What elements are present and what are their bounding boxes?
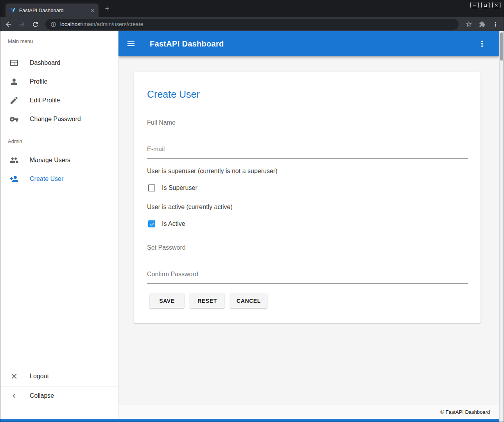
person-add-icon: [9, 174, 19, 184]
window-controls: [470, 2, 500, 8]
sidebar-item-label: Create User: [30, 175, 63, 182]
superuser-checkbox-row[interactable]: Is Superuser: [148, 183, 197, 193]
browser-window: FastAPI Dashboard: [0, 0, 504, 422]
person-icon: [9, 77, 19, 86]
save-button[interactable]: SAVE: [150, 293, 184, 308]
full-name-field-wrap: [147, 116, 468, 132]
active-hint: User is active (currently active): [147, 204, 233, 211]
page-title: Create User: [147, 89, 200, 100]
cancel-button[interactable]: CANCEL: [230, 293, 267, 308]
sidebar-item-label: Edit Profile: [30, 97, 60, 104]
extension-icon: [479, 21, 486, 28]
hamburger-menu-icon[interactable]: [126, 39, 136, 48]
tab-title: FastAPI Dashboard: [19, 7, 87, 13]
arrow-back-icon: [5, 20, 13, 28]
app-bar: FastAPI Dashboard: [118, 31, 499, 56]
footer: © FastAPI Dashboard: [118, 405, 499, 419]
sidebar-item-logout[interactable]: Logout: [0, 367, 118, 386]
sidebar-section-admin: Admin: [8, 138, 22, 145]
active-checkbox-label: Is Active: [162, 220, 185, 227]
page: Main menu Dashboard Profile Edit Profile: [0, 31, 504, 422]
close-icon: [9, 372, 19, 381]
minimize-button[interactable]: [470, 2, 479, 8]
sidebar-item-change-password[interactable]: Change Password: [0, 110, 118, 129]
confirm-password-field-wrap: [147, 268, 468, 284]
sidebar-item-label: Manage Users: [30, 157, 70, 164]
active-checkbox[interactable]: [148, 220, 155, 227]
star-icon: [465, 21, 472, 28]
email-field-wrap: [147, 143, 468, 159]
reset-button[interactable]: RESET: [190, 293, 224, 308]
sidebar-item-edit-profile[interactable]: Edit Profile: [0, 91, 118, 110]
create-user-card: Create User User is superuser (currently…: [134, 72, 481, 323]
pencil-icon: [9, 96, 19, 105]
sidebar-item-label: Dashboard: [30, 59, 60, 66]
main-content: Create User User is superuser (currently…: [118, 56, 499, 405]
minimize-icon: [473, 5, 476, 5]
sidebar-item-label: Profile: [30, 78, 47, 85]
address-bar[interactable]: localhost/main/admin/users/create: [45, 19, 459, 30]
scrollbar-thumb[interactable]: [500, 32, 503, 61]
check-icon: [149, 221, 155, 227]
sidebar-item-profile[interactable]: Profile: [0, 72, 118, 91]
footer-accent-strip: [0, 419, 499, 422]
form-actions: SAVE RESET CANCEL: [150, 293, 267, 308]
url-path: /main/admin/users/create: [82, 21, 143, 27]
email-input[interactable]: [147, 143, 468, 159]
maximize-button[interactable]: [481, 2, 490, 8]
superuser-checkbox-label: Is Superuser: [162, 184, 197, 191]
key-icon: [9, 114, 19, 124]
new-tab-button[interactable]: [103, 4, 111, 13]
tab-close-icon[interactable]: [90, 8, 95, 13]
arrow-forward-icon: [18, 20, 26, 28]
set-password-input[interactable]: [147, 241, 468, 257]
set-password-field-wrap: [147, 241, 468, 257]
superuser-hint: User is superuser (currently is not a su…: [147, 168, 277, 175]
browser-toolbar: localhost/main/admin/users/create: [0, 17, 504, 31]
sidebar-item-dashboard[interactable]: Dashboard: [0, 54, 118, 72]
sidebar-collapse-button[interactable]: Collapse: [0, 386, 118, 405]
chevron-left-icon: [9, 391, 19, 401]
confirm-password-input[interactable]: [147, 268, 468, 284]
sidebar-item-label: Logout: [30, 373, 49, 380]
sidebar: Main menu Dashboard Profile Edit Profile: [0, 31, 118, 419]
url-host: localhost: [60, 21, 82, 27]
bookmark-button[interactable]: [463, 19, 474, 30]
plus-icon: [104, 5, 110, 12]
browser-titlebar: FastAPI Dashboard: [0, 0, 504, 17]
sidebar-item-create-user[interactable]: Create User: [0, 170, 118, 188]
page-scrollbar[interactable]: [499, 31, 504, 422]
people-icon: [9, 156, 19, 165]
browser-menu-button[interactable]: [490, 19, 501, 30]
close-icon: [494, 3, 499, 7]
browser-tab[interactable]: FastAPI Dashboard: [5, 4, 99, 17]
sidebar-item-label: Change Password: [30, 116, 81, 123]
superuser-checkbox[interactable]: [148, 184, 155, 191]
sidebar-section-main: Main menu: [8, 38, 33, 45]
sidebar-item-manage-users[interactable]: Manage Users: [0, 151, 118, 170]
maximize-icon: [484, 4, 487, 7]
url-text: localhost/main/admin/users/create: [60, 21, 143, 27]
page-info-icon[interactable]: [50, 21, 56, 27]
kebab-menu-icon: [492, 21, 499, 28]
refresh-icon: [32, 21, 39, 28]
reload-button[interactable]: [30, 19, 41, 30]
full-name-input[interactable]: [147, 116, 468, 132]
dashboard-icon: [9, 58, 19, 68]
active-checkbox-row[interactable]: Is Active: [148, 219, 185, 229]
forward-button[interactable]: [16, 19, 27, 30]
sidebar-divider: [0, 132, 118, 132]
vuetify-logo-icon: [10, 7, 16, 14]
appbar-kebab-menu-icon[interactable]: [477, 39, 487, 48]
back-button[interactable]: [3, 19, 14, 30]
copyright-text: © FastAPI Dashboard: [440, 409, 490, 415]
close-window-button[interactable]: [492, 2, 500, 8]
extensions-button[interactable]: [477, 19, 488, 30]
sidebar-item-label: Collapse: [30, 392, 54, 399]
app-title: FastAPI Dashboard: [150, 39, 224, 48]
